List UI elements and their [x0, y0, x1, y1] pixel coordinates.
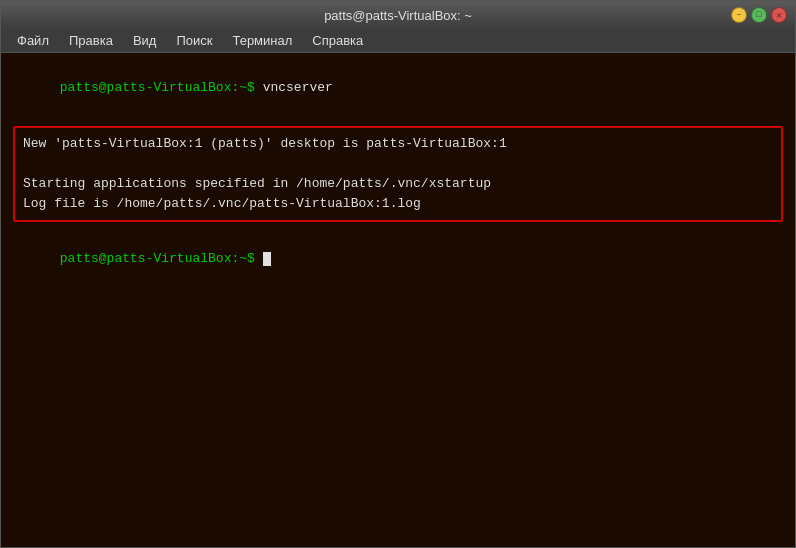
- terminal-window: patts@patts-VirtualBox: ~ – □ ✕ Файл Пра…: [0, 0, 796, 548]
- command-1: vncserver: [263, 80, 333, 95]
- prompt-2: patts@patts-VirtualBox:~$: [60, 251, 263, 266]
- command-line-1: patts@patts-VirtualBox:~$ vncserver: [13, 61, 783, 116]
- close-button[interactable]: ✕: [771, 7, 787, 23]
- menu-edit[interactable]: Правка: [61, 31, 121, 50]
- prompt-1: patts@patts-VirtualBox:~$: [60, 80, 263, 95]
- window-title: patts@patts-VirtualBox: ~: [324, 8, 472, 23]
- command-line-2: patts@patts-VirtualBox:~$: [13, 232, 783, 287]
- menu-search[interactable]: Поиск: [168, 31, 220, 50]
- output-line-3: Starting applications specified in /home…: [23, 174, 773, 194]
- output-line-1: New 'patts-VirtualBox:1 (patts)' desktop…: [23, 134, 773, 154]
- menu-file[interactable]: Файл: [9, 31, 57, 50]
- menu-bar: Файл Правка Вид Поиск Терминал Справка: [1, 29, 795, 53]
- cursor: [263, 252, 271, 266]
- window-controls: – □ ✕: [731, 7, 787, 23]
- menu-view[interactable]: Вид: [125, 31, 165, 50]
- output-line-2: [23, 154, 773, 174]
- menu-terminal[interactable]: Терминал: [224, 31, 300, 50]
- title-bar: patts@patts-VirtualBox: ~ – □ ✕: [1, 1, 795, 29]
- output-box: New 'patts-VirtualBox:1 (patts)' desktop…: [13, 126, 783, 223]
- output-line-4: Log file is /home/patts/.vnc/patts-Virtu…: [23, 194, 773, 214]
- terminal-body[interactable]: patts@patts-VirtualBox:~$ vncserver New …: [1, 53, 795, 547]
- minimize-button[interactable]: –: [731, 7, 747, 23]
- maximize-button[interactable]: □: [751, 7, 767, 23]
- menu-help[interactable]: Справка: [304, 31, 371, 50]
